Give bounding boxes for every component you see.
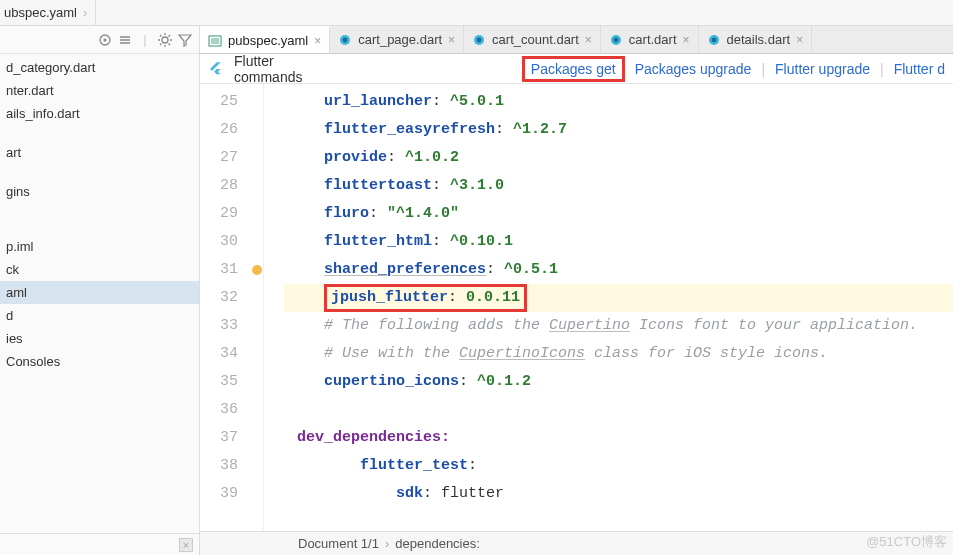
tab-label: cart_page.dart (358, 32, 442, 47)
tree-item[interactable]: ck (0, 258, 199, 281)
packages-upgrade-link[interactable]: Packages upgrade (635, 61, 752, 77)
flutter-icon (208, 61, 224, 77)
tree-item[interactable]: aml (0, 281, 199, 304)
svg-point-5 (343, 37, 348, 42)
tree-item[interactable]: gins (0, 180, 199, 203)
yaml-file-icon (208, 34, 222, 48)
code-line[interactable]: url_launcher: ^5.0.1 (284, 88, 953, 116)
code-line[interactable]: flutter_easyrefresh: ^1.2.7 (284, 116, 953, 144)
svg-point-9 (613, 37, 618, 42)
tree-item[interactable]: Consoles (0, 350, 199, 373)
chevron-right-icon: › (385, 536, 389, 551)
line-number: 31 (200, 256, 238, 284)
svg-point-1 (104, 38, 107, 41)
filter-icon[interactable] (177, 32, 193, 48)
tab-label: cart_count.dart (492, 32, 579, 47)
tree-item[interactable]: art (0, 141, 199, 164)
code-line[interactable]: dev_dependencies: (284, 424, 953, 452)
tab-cart_count-dart[interactable]: cart_count.dart× (464, 26, 601, 53)
project-sidebar: | d_category.dartnter.dartails_info.dart… (0, 26, 200, 555)
sidebar-footer: × (0, 533, 199, 555)
tab-cart-dart[interactable]: cart.dart× (601, 26, 699, 53)
line-number: 39 (200, 480, 238, 508)
close-icon[interactable]: × (585, 33, 592, 47)
tree-item[interactable]: ies (0, 327, 199, 350)
close-icon[interactable]: × (314, 34, 321, 48)
code-line[interactable]: flutter_test: (284, 452, 953, 480)
flutter-doctor-link[interactable]: Flutter d (894, 61, 945, 77)
tab-label: cart.dart (629, 32, 677, 47)
tab-details-dart[interactable]: details.dart× (699, 26, 813, 53)
chevron-right-icon: › (83, 5, 87, 20)
status-document-indicator: Document 1/1 (298, 536, 379, 551)
code-editor[interactable]: 252627282930313233343536373839 url_launc… (200, 84, 953, 531)
svg-point-2 (162, 37, 168, 43)
tab-cart_page-dart[interactable]: cart_page.dart× (330, 26, 464, 53)
flutter-commands-label: Flutter commands (234, 53, 342, 85)
breadcrumb-bar: ubspec.yaml › (0, 0, 953, 26)
toolbar-separator: | (137, 32, 153, 48)
svg-point-7 (477, 37, 482, 42)
sidebar-toolbar: | (0, 26, 199, 54)
line-number: 38 (200, 452, 238, 480)
tab-label: pubspec.yaml (228, 33, 308, 48)
close-icon[interactable]: × (796, 33, 803, 47)
link-separator: | (761, 61, 765, 77)
code-line[interactable]: cupertino_icons: ^0.1.2 (284, 368, 953, 396)
flutter-upgrade-link[interactable]: Flutter upgrade (775, 61, 870, 77)
code-line[interactable]: shared_preferences: ^0.5.1 (284, 256, 953, 284)
dart-file-icon (609, 33, 623, 47)
line-number: 32 (200, 284, 238, 312)
warning-marker-icon[interactable] (252, 265, 262, 275)
line-number: 28 (200, 172, 238, 200)
line-number: 33 (200, 312, 238, 340)
code-line[interactable]: fluro: "^1.4.0" (284, 200, 953, 228)
editor-area: pubspec.yaml×cart_page.dart×cart_count.d… (200, 26, 953, 555)
tree-item[interactable]: nter.dart (0, 79, 199, 102)
line-number: 25 (200, 88, 238, 116)
link-separator: | (880, 61, 884, 77)
gear-icon[interactable] (157, 32, 173, 48)
collapse-all-icon[interactable] (117, 32, 133, 48)
dart-file-icon (338, 33, 352, 47)
line-number: 37 (200, 424, 238, 452)
close-icon[interactable]: × (683, 33, 690, 47)
marker-strip (250, 84, 264, 531)
tab-pubspec-yaml[interactable]: pubspec.yaml× (200, 26, 330, 53)
tree-item[interactable]: ails_info.dart (0, 102, 199, 125)
code-line[interactable]: provide: ^1.0.2 (284, 144, 953, 172)
breadcrumb[interactable]: ubspec.yaml › (0, 0, 96, 25)
code-body[interactable]: url_launcher: ^5.0.1 flutter_easyrefresh… (284, 84, 953, 531)
code-line[interactable]: jpush_flutter: 0.0.11 (284, 284, 953, 312)
dart-file-icon (472, 33, 486, 47)
line-number: 27 (200, 144, 238, 172)
fold-strip (264, 84, 284, 531)
code-line[interactable]: fluttertoast: ^3.1.0 (284, 172, 953, 200)
tree-item[interactable]: p.iml (0, 235, 199, 258)
tab-label: details.dart (727, 32, 791, 47)
flutter-commands-bar: Flutter commands Packages get Packages u… (200, 54, 953, 84)
editor-status-bar: Document 1/1 › dependencies: (200, 531, 953, 555)
line-number: 26 (200, 116, 238, 144)
code-line[interactable]: sdk: flutter (284, 480, 953, 508)
line-number-gutter: 252627282930313233343536373839 (200, 84, 250, 531)
close-icon[interactable]: × (179, 538, 193, 552)
watermark: @51CTO博客 (866, 533, 947, 551)
dart-file-icon (707, 33, 721, 47)
line-number: 29 (200, 200, 238, 228)
tab-strip: pubspec.yaml×cart_page.dart×cart_count.d… (200, 26, 953, 54)
svg-point-11 (711, 37, 716, 42)
tree-item[interactable]: d_category.dart (0, 56, 199, 79)
tree-item[interactable]: d (0, 304, 199, 327)
file-tree[interactable]: d_category.dartnter.dartails_info.dartar… (0, 54, 199, 533)
code-line[interactable] (284, 396, 953, 424)
line-number: 35 (200, 368, 238, 396)
packages-get-link[interactable]: Packages get (522, 56, 625, 82)
status-breadcrumb: dependencies: (395, 536, 480, 551)
locate-icon[interactable] (97, 32, 113, 48)
code-line[interactable]: flutter_html: ^0.10.1 (284, 228, 953, 256)
code-line[interactable]: # The following adds the Cupertino Icons… (284, 312, 953, 340)
close-icon[interactable]: × (448, 33, 455, 47)
line-number: 30 (200, 228, 238, 256)
code-line[interactable]: # Use with the CupertinoIcons class for … (284, 340, 953, 368)
